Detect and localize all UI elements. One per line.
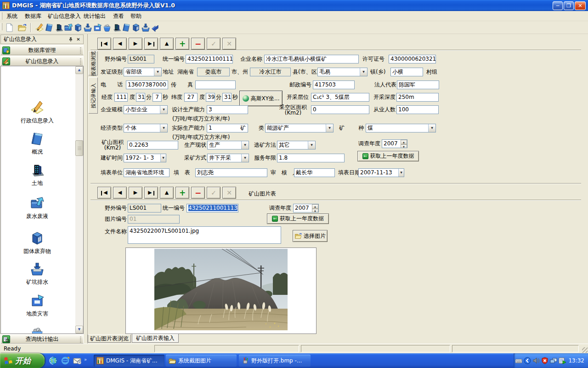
unified-no-input[interactable]: 43250211001113 <box>186 55 233 63</box>
sidebar-group-mine-entry[interactable]: 矿山信息录入 <box>0 56 84 66</box>
quicklaunch-globe-icon[interactable] <box>49 356 58 365</box>
goaf-area-input[interactable]: 0 <box>311 105 369 114</box>
lon-deg-input[interactable]: 111 <box>114 93 128 102</box>
field-no-input[interactable]: LS001 <box>128 55 154 63</box>
chevron-down-icon[interactable]: ▼ <box>160 106 167 114</box>
depth-input[interactable]: 250m <box>396 93 439 102</box>
sidebar-item-mine-drainage[interactable]: 矿坑排水 <box>1 262 74 285</box>
volume-icon[interactable] <box>532 357 540 364</box>
nav1-delete-button[interactable]: − <box>191 38 205 50</box>
tab-picture-browse[interactable]: 矿山图片表浏览 <box>88 334 131 343</box>
pic-unified-no-input[interactable]: 43250211001113 <box>187 204 238 213</box>
toolbar-hazard-icon[interactable] <box>93 23 102 32</box>
sidebar-group-query-output[interactable]: 查询统计输出 <box>0 334 84 344</box>
lat-sec-input[interactable]: 31 <box>222 93 232 102</box>
license-input[interactable]: 4300000620321 <box>389 55 436 63</box>
menu-system[interactable]: 系统 <box>4 11 20 21</box>
lat-min-input[interactable]: 39 <box>206 93 215 102</box>
quicklaunch-mail-icon[interactable] <box>73 356 82 365</box>
pic-survey-year-spinner[interactable]: 2007 ▲▼ <box>293 204 319 213</box>
nav2-add-button[interactable]: + <box>175 187 189 199</box>
toolbar-drainage-icon[interactable] <box>83 23 92 32</box>
security-alert-icon[interactable] <box>541 357 548 364</box>
minimize-button[interactable]: ─ <box>553 1 563 10</box>
menu-mine-info-entry[interactable]: 矿山信息录入 <box>45 11 84 21</box>
toolbar-grip[interactable] <box>1 23 2 30</box>
phone-input[interactable]: 13607387000 <box>126 80 168 89</box>
county-select[interactable]: 毛易▼ <box>317 68 368 76</box>
task-monitor-icon[interactable] <box>559 357 566 364</box>
nav1-cancel-button[interactable]: ✕ <box>222 38 236 50</box>
nav2-last-button[interactable]: ▶ <box>144 187 158 199</box>
nav1-first-button[interactable]: ◀ <box>97 38 111 50</box>
lon-sec-input[interactable]: 7 <box>153 93 162 102</box>
network-icon[interactable] <box>550 357 557 364</box>
chevron-down-icon[interactable]: ▼ <box>360 68 367 76</box>
scroll-up-icon[interactable]: ▲ <box>75 66 83 74</box>
nav1-post-button[interactable]: ✓ <box>207 38 220 50</box>
toolbar-admin-entry-icon[interactable] <box>35 23 44 32</box>
chevron-down-icon[interactable]: ▼ <box>160 124 167 132</box>
tab-record-input[interactable]: 按记录输入 <box>88 77 98 114</box>
toolbar-column-icon[interactable] <box>122 23 131 32</box>
toolbar-land-survey-icon[interactable] <box>102 23 112 32</box>
pic-field-no-input[interactable]: LS001 <box>128 204 161 213</box>
workers-input[interactable]: 100 <box>396 105 439 114</box>
build-time-select[interactable]: 1972- 1- 3▼ <box>124 154 166 162</box>
chevron-down-icon[interactable]: ▼ <box>154 68 161 76</box>
nav2-first-button[interactable]: ◀ <box>97 187 111 199</box>
nav1-add-button[interactable]: + <box>175 38 189 50</box>
spin-up-icon[interactable]: ▲ <box>312 204 318 209</box>
toolbar-building-icon[interactable] <box>112 23 121 32</box>
close-panel-icon[interactable]: ✕ <box>75 36 82 43</box>
nav1-last-button[interactable]: ▶ <box>144 38 158 50</box>
sidebar-scrollbar[interactable]: ▲ ▼ <box>75 66 83 334</box>
reviewer-input[interactable]: 戴长华 <box>294 168 335 177</box>
mining-method-select[interactable]: 井下开采▼ <box>207 154 249 162</box>
lon-min-input[interactable]: 31 <box>136 93 145 102</box>
sidebar-splitter[interactable] <box>84 34 87 344</box>
toolbar-box-icon[interactable] <box>141 23 150 32</box>
fax-input[interactable] <box>195 80 236 89</box>
nav2-post-button[interactable]: ✓ <box>207 187 220 199</box>
toolbar-land-icon[interactable] <box>54 23 63 32</box>
close-button[interactable]: ✕ <box>575 1 586 10</box>
new-file-icon[interactable] <box>5 23 14 32</box>
tab-picture-input[interactable]: 矿山图片表输入 <box>132 334 179 343</box>
taskbar-window-folder[interactable]: 系统截图图片 <box>166 355 237 367</box>
nav1-up-button[interactable]: ▲ <box>160 38 174 50</box>
layer-input[interactable]: C₁c¹ 3、5煤层 <box>311 93 369 102</box>
mine-class-select[interactable]: 能源矿产▼ <box>265 124 334 132</box>
sidebar-item-geo-hazard[interactable]: 地质灾害 <box>1 293 74 317</box>
nav2-delete-button[interactable]: − <box>191 187 205 199</box>
menu-database[interactable]: 数据库 <box>22 11 44 21</box>
lat-deg-input[interactable]: 27 <box>184 93 198 102</box>
quicklaunch-ie-icon[interactable] <box>61 356 70 365</box>
sidebar-item-overview[interactable]: 概况 <box>1 132 74 155</box>
fill-person-input[interactable]: 刘志尧 <box>195 168 267 177</box>
menu-help[interactable]: 帮助 <box>128 11 144 21</box>
tab-table-browse[interactable]: 按表格浏览 <box>88 51 98 75</box>
legal-rep-input[interactable]: 陈国军 <box>397 80 439 89</box>
mine-kind-select[interactable]: 煤▼ <box>366 124 436 132</box>
quicklaunch-chevron-icon[interactable]: » <box>84 357 87 362</box>
nav2-cancel-button[interactable]: ✕ <box>222 187 236 199</box>
sidebar-item-admin-info[interactable]: 行政信息录入 <box>1 100 74 124</box>
chevron-down-icon[interactable]: ▼ <box>428 124 435 132</box>
toolbar-overview-icon[interactable] <box>45 23 54 32</box>
menu-statistics-output[interactable]: 统计输出 <box>81 11 108 21</box>
prod-status-select[interactable]: 生产▼ <box>207 141 249 150</box>
sidebar-item-land-survey[interactable]: 土地调查 <box>1 326 74 334</box>
choose-picture-button[interactable]: 选择图片 <box>293 230 328 242</box>
chevron-down-icon[interactable]: ▼ <box>398 169 404 177</box>
messenger-icon[interactable] <box>524 357 531 364</box>
nav2-prev-button[interactable]: ◀ <box>113 187 127 199</box>
city-box[interactable]: 娄底市 <box>197 68 230 76</box>
sidebar-item-wastewater[interactable]: 废水废液 <box>1 196 74 219</box>
econ-type-select[interactable]: 个体▼ <box>124 124 168 132</box>
toolbar-buildings-icon[interactable] <box>131 23 141 32</box>
cert-level-select[interactable]: 省部级▼ <box>124 68 162 76</box>
open-file-icon[interactable] <box>17 23 27 32</box>
pic-fetch-previous-year-button[interactable]: ← 获取上一年度数据 <box>267 213 329 224</box>
start-button[interactable]: 开始 <box>0 353 45 368</box>
